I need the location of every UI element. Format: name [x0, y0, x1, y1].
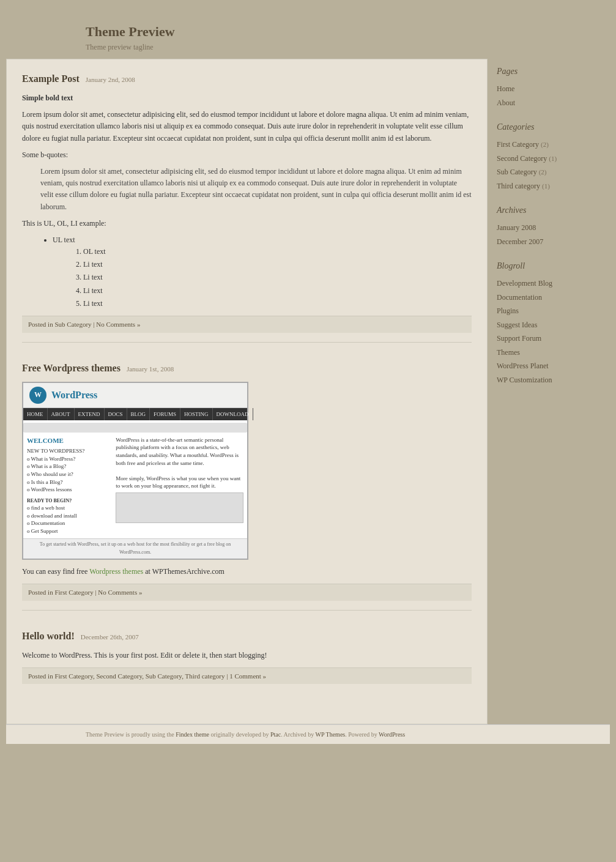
category-link-4[interactable]: Third category (1) [497, 182, 550, 190]
post-title-3: Hello world! [22, 629, 75, 644]
footer-link-wpthemes[interactable]: WP Themes [316, 731, 346, 738]
archives-list: January 2008 December 2007 [497, 221, 601, 247]
nav-forums: FORUMS [150, 408, 180, 420]
post-blockquote: Lorem ipsum dolor sit amet, consectetur … [40, 166, 472, 213]
ul-ol-label: This is UL, OL, LI example: [22, 218, 472, 229]
wp-right-text: WordPress is a state-of-the-art semantic… [116, 436, 243, 467]
post-body-text-3: Welcome to WordPress. This is your first… [22, 650, 472, 661]
post-ul: UL text OL text Li text Li text Li text … [53, 234, 472, 310]
wp-screenshot: W WordPress HOME ABOUT EXTEND DOCS BLOG … [22, 382, 248, 560]
nav-docs: DOCS [105, 408, 127, 420]
post-ol: OL text Li text Li text Li text Li text [83, 246, 472, 310]
post-footer-link-2[interactable]: Posted in First Category | No Comments » [28, 589, 142, 596]
li-item-4: Li text [83, 298, 472, 310]
post-date-2: January 1st, 2008 [127, 364, 174, 374]
wp-welcome: WELCOME [27, 436, 112, 445]
wp-logo-circle: W [29, 387, 46, 404]
post-paragraph: Lorem ipsum dolor sit amet, consectetur … [22, 109, 472, 144]
post-date-3: December 26th, 2007 [81, 632, 139, 642]
page-item-home: Home [497, 83, 601, 95]
wp-footer: To get started with WordPress, set it up… [23, 538, 247, 559]
category-item-2: Second Category (1) [497, 152, 601, 165]
post-date: January 2nd, 2008 [86, 75, 135, 85]
footer-link-wordpress[interactable]: WordPress [379, 731, 405, 738]
site-header: Theme Preview Theme preview tagline [6, 12, 610, 59]
post-body-3: Welcome to WordPress. This is your first… [22, 650, 472, 661]
bquotes-label: Some b-quotes: [22, 149, 472, 161]
category-item-3: Sub Category (2) [497, 166, 601, 178]
categories-list: First Category (2) Second Category (1) S… [497, 138, 601, 191]
wp-themes-link[interactable]: Wordpress themes [89, 567, 143, 576]
post-body: Simple bold text Lorem ipsum dolor sit a… [22, 92, 472, 310]
wp-left-col: WELCOME NEW TO WORDPRESS? o What is Word… [27, 436, 112, 535]
post-title: Example Post [22, 72, 80, 86]
categories-heading: Categories [497, 121, 601, 133]
blogroll-item-1: Development Blog [497, 277, 601, 289]
archive-item-1: January 2008 [497, 221, 601, 234]
sidebar-archives: Archives January 2008 December 2007 [497, 204, 601, 247]
blogroll-link-8[interactable]: WP Customization [497, 376, 552, 384]
site-title: Theme Preview [86, 21, 604, 42]
page-link-home[interactable]: Home [497, 84, 514, 93]
category-item-1: First Category (2) [497, 138, 601, 150]
post-wp-themes: Free Wordpress themes January 1st, 2008 … [22, 361, 472, 611]
post-footer-3: Posted in First Category, Second Categor… [22, 667, 472, 685]
wp-right-text-2: More simply, WordPress is what you use w… [116, 475, 243, 490]
ul-item: UL text OL text Li text Li text Li text … [53, 234, 472, 310]
post-hello-world: Hello world! December 26th, 2007 Welcome… [22, 629, 472, 694]
wp-body: WELCOME NEW TO WORDPRESS? o What is Word… [23, 433, 247, 539]
category-link-1[interactable]: First Category (2) [497, 140, 549, 149]
blogroll-link-6[interactable]: Themes [497, 348, 520, 357]
post-body-text-2: You can easy find free Wordpress themes … [22, 566, 472, 578]
post-header-2: Free Wordpress themes January 1st, 2008 [22, 361, 472, 376]
post-header-3: Hello world! December 26th, 2007 [22, 629, 472, 644]
footer-link-ptac[interactable]: Ptac [270, 731, 281, 738]
wp-right-col: WordPress is a state-of-the-art semantic… [116, 436, 243, 535]
wp-ready: READY TO BEGIN? [27, 497, 112, 504]
post-footer-2: Posted in First Category | No Comments » [22, 584, 472, 601]
footer-link-findex[interactable]: Findex theme [176, 731, 209, 738]
blogroll-link-5[interactable]: Support Forum [497, 334, 541, 343]
post-footer-link-3[interactable]: Posted in First Category, Second Categor… [28, 672, 266, 680]
li-item-1: Li text [83, 259, 472, 270]
category-link-2[interactable]: Second Category (1) [497, 154, 557, 163]
archives-heading: Archives [497, 204, 601, 217]
archive-link-1[interactable]: January 2008 [497, 223, 536, 232]
wp-logo-text: WordPress [51, 387, 97, 403]
wp-ready-links: o find a web host o download and install… [27, 504, 112, 535]
wp-theme-preview [116, 492, 243, 523]
post-header: Example Post January 2nd, 2008 [22, 72, 472, 86]
bold-intro: Simple bold text [22, 94, 73, 102]
blogroll-list: Development Blog Documentation Plugins S… [497, 277, 601, 385]
blogroll-link-1[interactable]: Development Blog [497, 279, 552, 288]
blogroll-item-4: Suggest Ideas [497, 319, 601, 331]
nav-about: ABOUT [48, 408, 75, 420]
archive-link-2[interactable]: December 2007 [497, 237, 543, 246]
category-link-3[interactable]: Sub Category (2) [497, 168, 547, 176]
post-footer-1: Posted in Sub Category | No Comments » [22, 316, 472, 333]
post-example: Example Post January 2nd, 2008 Simple bo… [22, 72, 472, 343]
blogroll-link-7[interactable]: WordPress Planet [497, 362, 549, 370]
post-footer-link-1[interactable]: Posted in Sub Category | No Comments » [28, 321, 140, 328]
nav-blog: BLOG [127, 408, 150, 420]
pages-heading: Pages [497, 65, 601, 78]
page-link-about[interactable]: About [497, 98, 515, 107]
blogroll-item-7: WordPress Planet [497, 360, 601, 372]
blogroll-link-2[interactable]: Documentation [497, 293, 542, 302]
blogroll-link-4[interactable]: Suggest Ideas [497, 321, 537, 329]
blogroll-link-3[interactable]: Plugins [497, 307, 519, 315]
blogroll-item-2: Documentation [497, 291, 601, 303]
nav-download: DOWNLOAD [213, 408, 253, 420]
sidebar-categories: Categories First Category (2) Second Cat… [497, 121, 601, 191]
nav-hosting: HOSTING [180, 408, 213, 420]
nav-extend: EXTEND [75, 408, 105, 420]
blogroll-heading: Blogroll [497, 259, 601, 272]
blogroll-item-8: WP Customization [497, 374, 601, 386]
nav-home: HOME [23, 408, 48, 420]
li-item-3: Li text [83, 285, 472, 297]
wp-header: W WordPress [23, 383, 247, 408]
li-item-2: Li text [83, 272, 472, 283]
blogroll-item-3: Plugins [497, 305, 601, 317]
page-item-about: About [497, 97, 601, 109]
ol-header: OL text [83, 246, 472, 258]
